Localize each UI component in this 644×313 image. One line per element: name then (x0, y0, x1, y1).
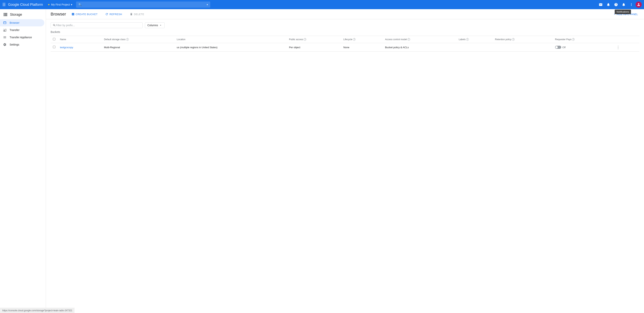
bucket-requester-pays-cell: Off (553, 43, 613, 52)
bucket-retention-policy-cell (493, 43, 553, 52)
retention-policy-help-icon[interactable]: ? (512, 38, 514, 41)
page-title: Browser (50, 12, 66, 17)
transfer-appliance-nav-icon (3, 36, 6, 39)
sidebar-item-label-browser: Browser (10, 21, 19, 24)
refresh-button[interactable]: REFRESH (103, 11, 124, 17)
filter-input-wrap[interactable] (50, 22, 142, 28)
more-options-icon-button[interactable] (628, 1, 635, 8)
sidebar-item-label-transfer-appliance: Transfer Appliance (10, 36, 32, 39)
row-menu-button[interactable]: ⋮ (615, 44, 621, 50)
row-checkbox[interactable] (53, 46, 56, 48)
columns-chevron-icon (159, 24, 162, 27)
status-bar: https://console.cloud.google.com/storage… (0, 308, 74, 313)
sidebar-item-settings[interactable]: Settings (0, 41, 44, 48)
table-area: Columns Buckets Name Default storage cla… (46, 19, 644, 55)
refresh-label: REFRESH (110, 13, 122, 16)
notifications-icon-button[interactable]: Notifications (620, 1, 627, 8)
buckets-label: Buckets (50, 30, 640, 34)
lifecycle-label: Lifecycle (344, 38, 352, 41)
nav-icons: Notifications (597, 1, 642, 8)
sidebar-item-transfer[interactable]: Transfer (0, 26, 44, 34)
name-column-label: Name (60, 38, 66, 41)
bucket-name-link[interactable]: testgcscopy (60, 46, 73, 49)
requester-pays-toggle[interactable]: Off (555, 46, 610, 49)
public-access-label: Public access (289, 38, 303, 41)
sidebar-item-label-transfer: Transfer (10, 28, 20, 31)
avatar[interactable] (636, 1, 642, 8)
project-dot-icon: ✦ (48, 3, 50, 6)
table-row: testgcscopy Multi-Regional us (multiple … (50, 43, 640, 52)
create-bucket-button[interactable]: CREATE BUCKET (69, 11, 100, 17)
select-all-column (50, 36, 58, 43)
alerts-icon-button[interactable] (605, 1, 612, 8)
search-icon: 🔍 (78, 3, 82, 6)
actions-column-header (613, 36, 640, 43)
page-header: Browser CREATE BUCKET REFRESH DELETE HID… (46, 9, 644, 19)
labels-help-icon[interactable]: ? (466, 38, 469, 41)
select-all-checkbox[interactable] (53, 38, 56, 40)
search-bar[interactable]: 🔍 ▾ (76, 1, 210, 8)
sidebar-item-transfer-appliance[interactable]: Transfer Appliance (0, 34, 44, 41)
toggle-label: Off (562, 46, 566, 49)
requester-pays-column-header: Requester Pays ? (553, 36, 613, 43)
email-icon-button[interactable] (597, 1, 604, 8)
lifecycle-column-header: Lifecycle ? (341, 36, 383, 43)
requester-pays-help-icon[interactable]: ? (572, 38, 574, 41)
columns-button[interactable]: Columns (145, 22, 165, 28)
top-navigation: ☰ Google Cloud Platform ✦ My First Proje… (0, 0, 644, 9)
delete-icon (130, 13, 133, 16)
sidebar: Storage Browser Transfer Transfer Applia… (0, 9, 46, 313)
create-bucket-icon (72, 13, 74, 16)
retention-policy-column-header: Retention policy ? (493, 36, 553, 43)
buckets-table: Name Default storage class ? Location Pu… (50, 36, 640, 52)
bucket-storage-class-cell: Multi-Regional (102, 43, 174, 52)
brand-name: Google Cloud Platform (8, 3, 43, 7)
location-label: Location (177, 38, 185, 41)
table-body: testgcscopy Multi-Regional us (multiple … (50, 43, 640, 52)
row-checkbox-cell (50, 43, 58, 52)
settings-nav-icon (3, 43, 6, 46)
default-storage-class-label: Default storage class (104, 38, 126, 41)
bucket-name-cell: testgcscopy (58, 43, 102, 52)
notifications-tooltip: Notifications (615, 9, 631, 14)
toggle-dot (555, 46, 561, 49)
filter-search-icon (53, 24, 56, 27)
transfer-nav-icon (3, 28, 6, 32)
main-content: Browser CREATE BUCKET REFRESH DELETE HID… (46, 9, 644, 313)
bucket-location-cell: us (multiple regions in United States) (174, 43, 287, 52)
public-access-help-icon[interactable]: ? (304, 38, 306, 41)
search-chevron-icon[interactable]: ▾ (206, 3, 208, 6)
filter-row: Columns (50, 22, 640, 28)
default-storage-class-help-icon[interactable]: ? (126, 38, 129, 41)
bucket-lifecycle-cell: None (341, 43, 383, 52)
help-icon-button[interactable] (612, 1, 620, 8)
status-url: https://console.cloud.google.com/storage… (2, 309, 72, 312)
bucket-actions-cell: ⋮ (613, 43, 640, 52)
project-chevron-icon: ▾ (71, 3, 72, 6)
sidebar-item-browser[interactable]: Browser (0, 19, 44, 26)
public-access-column-header: Public access ? (287, 36, 341, 43)
access-control-column-header: Access control model ? (383, 36, 456, 43)
menu-icon[interactable]: ☰ (2, 2, 6, 7)
table-header-row: Name Default storage class ? Location Pu… (50, 36, 640, 43)
browser-nav-icon (3, 21, 6, 24)
lifecycle-help-icon[interactable]: ? (353, 38, 356, 41)
bucket-labels-cell (456, 43, 492, 52)
create-bucket-label: CREATE BUCKET (76, 13, 98, 16)
delete-label: DELETE (134, 13, 144, 16)
table-header: Name Default storage class ? Location Pu… (50, 36, 640, 43)
project-selector[interactable]: ✦ My First Project ▾ (48, 3, 72, 6)
project-name: My First Project (51, 3, 70, 6)
filter-input[interactable] (56, 24, 140, 27)
refresh-icon (105, 13, 108, 16)
name-column-header: Name (58, 36, 102, 43)
access-control-help-icon[interactable]: ? (408, 38, 410, 41)
bucket-public-access-cell: Per object (287, 43, 341, 52)
columns-label: Columns (148, 24, 158, 27)
requester-pays-label: Requester Pays (555, 38, 571, 41)
default-storage-class-column-header: Default storage class ? (102, 36, 174, 43)
delete-button[interactable]: DELETE (128, 11, 146, 17)
labels-label: Labels (459, 38, 465, 41)
search-input[interactable] (83, 3, 205, 6)
location-column-header: Location (174, 36, 287, 43)
